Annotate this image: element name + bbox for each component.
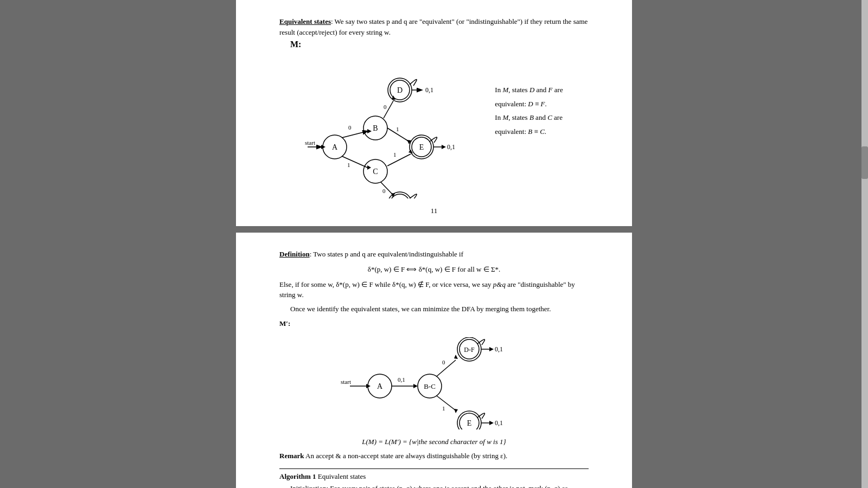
svg-text:D: D: [397, 86, 403, 94]
automaton-m-prime-svg: A start 0,1 B-C 0: [326, 337, 542, 429]
definition-label: Definition: [279, 250, 310, 258]
svg-text:0: 0: [442, 359, 445, 365]
svg-marker-11: [442, 145, 446, 149]
algorithm-content: Initialization: For every pair of states…: [290, 483, 589, 489]
svg-text:0: 0: [348, 124, 352, 131]
svg-line-26: [342, 131, 367, 138]
side-note-line3: In M, states B and C are: [495, 112, 563, 123]
svg-marker-56: [454, 355, 458, 359]
once-paragraph: Once we identify the equivalent states, …: [290, 304, 589, 314]
algorithm-init: Initialization: For every pair of states…: [290, 483, 589, 489]
page-separator: [236, 226, 632, 233]
equivalent-states-paragraph: Equivalent states: We say two states p a…: [279, 16, 589, 37]
m-prime-label: M′:: [279, 318, 589, 329]
page-number-1: 11: [279, 207, 589, 215]
m-label-1: M:: [290, 40, 301, 49]
side-note-line4: equivalent: B ≡ C.: [495, 126, 563, 137]
svg-text:C: C: [373, 168, 378, 176]
svg-line-55: [437, 360, 456, 376]
svg-text:D-F: D-F: [464, 346, 475, 354]
page-panel-1: Equivalent states: We say two states p a…: [236, 0, 632, 226]
page-panel-2: Definition: Two states p and q are equiv…: [236, 233, 632, 488]
svg-text:0,1: 0,1: [495, 419, 503, 427]
main-formula: δ*(p, w) ∈ F ⟺ δ*(q, w) ∈ F for all w ∈ …: [368, 265, 500, 273]
else-paragraph: Else, if for some w, δ*(p, w) ∈ F while …: [279, 279, 589, 300]
svg-text:B-C: B-C: [424, 382, 436, 390]
svg-text:0,1: 0,1: [495, 345, 503, 353]
side-note-line2: equivalent: D ≡ F.: [495, 99, 563, 110]
svg-line-38: [387, 154, 411, 166]
diagram-m-prime: A start 0,1 B-C 0: [279, 337, 589, 429]
remark-line: Remark An accept & a non-accept state ar…: [279, 452, 589, 460]
svg-line-58: [437, 396, 456, 410]
svg-text:A: A: [377, 382, 383, 390]
svg-text:0,1: 0,1: [425, 86, 433, 94]
lm-formula: L(M) = L(M′) = {w|the second character o…: [279, 438, 589, 446]
equivalent-states-label: Equivalent states: [279, 17, 331, 25]
definition-text: : Two states p and q are equivalent/indi…: [310, 250, 463, 258]
svg-text:A: A: [332, 143, 338, 151]
diagram-m: D 0,1 B E: [279, 57, 589, 198]
svg-marker-65: [489, 347, 494, 351]
svg-line-29: [342, 156, 367, 168]
definition-paragraph: Definition: Two states p and q are equiv…: [279, 249, 589, 260]
svg-text:0,1: 0,1: [398, 376, 405, 383]
side-note: In M, states D and F are equivalent: D ≡…: [495, 57, 563, 140]
svg-text:0: 0: [384, 104, 387, 110]
scrollbar[interactable]: [861, 0, 868, 488]
algorithm-title: Algorithm 1 Equivalent states: [279, 472, 589, 481]
svg-marker-71: [489, 421, 494, 425]
side-note-line1: In M, states D and F are: [495, 85, 563, 95]
scrollbar-thumb[interactable]: [861, 146, 868, 179]
svg-text:1: 1: [442, 405, 445, 412]
svg-text:0,1: 0,1: [447, 143, 455, 151]
algorithm-box: Algorithm 1 Equivalent states Initializa…: [279, 468, 589, 489]
svg-marker-59: [454, 409, 458, 413]
svg-text:B: B: [373, 124, 378, 132]
svg-text:1: 1: [393, 151, 397, 158]
svg-text:start: start: [341, 378, 351, 385]
svg-text:1: 1: [347, 162, 350, 168]
svg-text:E: E: [419, 143, 424, 151]
formula-block: δ*(p, w) ∈ F ⟺ δ*(q, w) ∈ F for all w ∈ …: [279, 265, 589, 274]
svg-text:E: E: [467, 419, 472, 427]
svg-text:1: 1: [396, 126, 399, 132]
svg-text:0: 0: [382, 188, 386, 194]
svg-marker-51: [413, 384, 418, 388]
svg-text:start: start: [305, 139, 315, 146]
automaton-m-svg: D 0,1 B E: [305, 57, 484, 198]
